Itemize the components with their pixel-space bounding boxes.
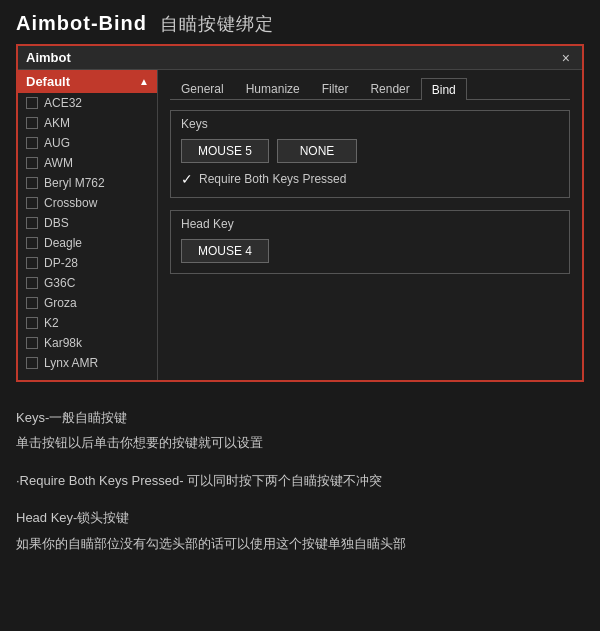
desc-line: Keys-一般自瞄按键 [16, 406, 584, 429]
scroll-down-icon[interactable]: ▼ [18, 373, 157, 380]
weapon-item[interactable]: G36C [18, 273, 157, 293]
weapon-item[interactable]: K2 [18, 313, 157, 333]
weapon-item[interactable]: Deagle [18, 233, 157, 253]
scroll-up-icon: ▲ [139, 76, 149, 87]
weapon-label: AWM [44, 156, 73, 170]
tab-filter[interactable]: Filter [311, 78, 360, 99]
weapon-checkbox[interactable] [26, 217, 38, 229]
weapon-item[interactable]: DBS [18, 213, 157, 233]
tab-general[interactable]: General [170, 78, 235, 99]
weapon-label: DP-28 [44, 256, 78, 270]
require-both-row: ✓ Require Both Keys Pressed [181, 171, 559, 187]
dialog: Aimbot × Default ▲ ACE32AKMAUGAWMBeryl M… [16, 44, 584, 382]
weapon-checkbox[interactable] [26, 237, 38, 249]
weapon-item[interactable]: AKM [18, 113, 157, 133]
tab-humanize[interactable]: Humanize [235, 78, 311, 99]
weapon-list-header: Default ▲ [18, 70, 157, 93]
weapon-checkbox[interactable] [26, 177, 38, 189]
weapon-item[interactable]: AUG [18, 133, 157, 153]
right-panel: General Humanize Filter Render Bind Keys… [158, 70, 582, 380]
weapon-checkbox[interactable] [26, 157, 38, 169]
tab-bind[interactable]: Bind [421, 78, 467, 100]
weapon-label: Beryl M762 [44, 176, 105, 190]
require-both-check[interactable]: ✓ [181, 171, 193, 187]
desc-spacer [16, 494, 584, 506]
weapon-checkbox[interactable] [26, 277, 38, 289]
weapon-checkbox[interactable] [26, 257, 38, 269]
head-key-label: Head Key [181, 217, 559, 231]
keys-row: MOUSE 5 NONE [181, 139, 559, 163]
weapon-label: AKM [44, 116, 70, 130]
weapon-label: Groza [44, 296, 77, 310]
desc-line: 单击按钮以后单击你想要的按键就可以设置 [16, 431, 584, 454]
tabs: General Humanize Filter Render Bind [170, 78, 570, 100]
weapon-label: Crossbow [44, 196, 97, 210]
key2-button[interactable]: NONE [277, 139, 357, 163]
desc-line: ·Require Both Keys Pressed- 可以同时按下两个自瞄按键… [16, 469, 584, 492]
weapon-label: Deagle [44, 236, 82, 250]
weapon-list[interactable]: Default ▲ ACE32AKMAUGAWMBeryl M762Crossb… [18, 70, 158, 380]
weapon-label: Kar98k [44, 336, 82, 350]
page-title: Aimbot-Bind 自瞄按键绑定 [0, 0, 600, 44]
close-button[interactable]: × [558, 51, 574, 65]
weapon-checkbox[interactable] [26, 337, 38, 349]
weapon-checkbox[interactable] [26, 317, 38, 329]
weapon-label: DBS [44, 216, 69, 230]
keys-section: Keys MOUSE 5 NONE ✓ Require Both Keys Pr… [170, 110, 570, 198]
weapon-label: AUG [44, 136, 70, 150]
weapon-item[interactable]: DP-28 [18, 253, 157, 273]
weapon-checkbox[interactable] [26, 197, 38, 209]
description: Keys-一般自瞄按键单击按钮以后单击你想要的按键就可以设置·Require B… [0, 396, 600, 567]
weapon-item[interactable]: Crossbow [18, 193, 157, 213]
dialog-title: Aimbot [26, 50, 71, 65]
weapon-items-container: ACE32AKMAUGAWMBeryl M762CrossbowDBSDeagl… [18, 93, 157, 373]
weapon-label: Lynx AMR [44, 356, 98, 370]
tab-render[interactable]: Render [359, 78, 420, 99]
weapon-checkbox[interactable] [26, 137, 38, 149]
head-key-button[interactable]: MOUSE 4 [181, 239, 269, 263]
dialog-body: Default ▲ ACE32AKMAUGAWMBeryl M762Crossb… [18, 70, 582, 380]
title-en: Aimbot-Bind [16, 12, 147, 34]
dialog-titlebar: Aimbot × [18, 46, 582, 70]
weapon-item[interactable]: Lynx AMR [18, 353, 157, 373]
head-key-section: Head Key MOUSE 4 [170, 210, 570, 274]
weapon-checkbox[interactable] [26, 97, 38, 109]
desc-spacer [16, 457, 584, 469]
key1-button[interactable]: MOUSE 5 [181, 139, 269, 163]
weapon-list-header-label: Default [26, 74, 70, 89]
require-both-label: Require Both Keys Pressed [199, 172, 346, 186]
weapon-label: K2 [44, 316, 59, 330]
desc-line: Head Key-锁头按键 [16, 506, 584, 529]
desc-line: 如果你的自瞄部位没有勾选头部的话可以使用这个按键单独自瞄头部 [16, 532, 584, 555]
weapon-item[interactable]: Kar98k [18, 333, 157, 353]
title-zh: 自瞄按键绑定 [160, 14, 274, 34]
keys-label: Keys [181, 117, 559, 131]
weapon-item[interactable]: Groza [18, 293, 157, 313]
weapon-label: ACE32 [44, 96, 82, 110]
weapon-checkbox[interactable] [26, 117, 38, 129]
weapon-label: G36C [44, 276, 75, 290]
weapon-checkbox[interactable] [26, 357, 38, 369]
weapon-item[interactable]: Beryl M762 [18, 173, 157, 193]
weapon-checkbox[interactable] [26, 297, 38, 309]
weapon-item[interactable]: ACE32 [18, 93, 157, 113]
weapon-item[interactable]: AWM [18, 153, 157, 173]
